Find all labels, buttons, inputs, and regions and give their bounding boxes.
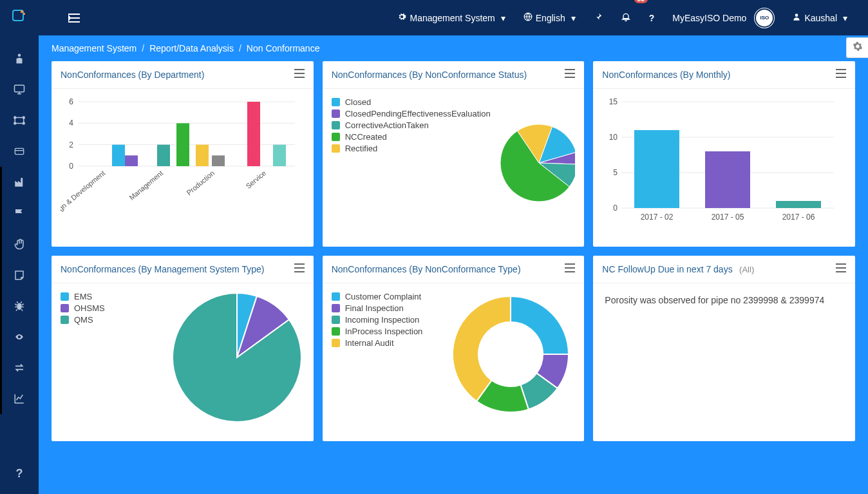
svg-rect-23 <box>125 155 138 166</box>
svg-text:2017 - 02: 2017 - 02 <box>641 213 674 222</box>
sidebar-item-note[interactable] <box>0 260 39 290</box>
legend-item[interactable]: Final Inspection <box>332 303 423 313</box>
sidebar-item-bug[interactable] <box>0 290 39 321</box>
followup-item[interactable]: Porosity was observed for pipe no 239999… <box>602 290 846 310</box>
legend-swatch <box>332 327 340 336</box>
legend-item[interactable]: Closed <box>332 97 491 107</box>
card-nc-by-mstype: NonConformances (By Management System Ty… <box>52 256 314 441</box>
sidebar-item-help[interactable]: ? <box>0 458 39 489</box>
legend-item[interactable]: CorrectiveActionTaken <box>332 120 491 130</box>
legend-label: NCCreated <box>345 132 387 142</box>
chevron-down-icon: ▾ <box>843 13 847 23</box>
svg-text:Service: Service <box>244 169 267 190</box>
donut-chart-nctype <box>446 290 575 419</box>
sidebar-item-diagram[interactable] <box>0 105 39 136</box>
sidebar-item-card[interactable] <box>0 136 39 167</box>
legend-swatch <box>332 144 340 153</box>
card-title: NonConformances (By Monthly) <box>602 70 730 80</box>
legend-item[interactable]: Customer Complaint <box>332 292 423 301</box>
breadcrumb-separator: / <box>239 43 241 53</box>
breadcrumb-link-1[interactable]: Management System <box>52 43 137 53</box>
legend-item[interactable]: Incoming Inspection <box>332 315 423 325</box>
legend-swatch <box>332 316 340 324</box>
gear-filled-icon <box>397 12 406 23</box>
svg-text:0: 0 <box>69 162 73 171</box>
sidebar-item-monitor[interactable] <box>0 74 39 105</box>
legend-nctype: Customer ComplaintFinal InspectionIncomi… <box>332 290 423 350</box>
card-menu-button[interactable] <box>836 69 846 81</box>
legend-item[interactable]: NCCreated <box>332 132 491 142</box>
svg-rect-25 <box>176 123 189 166</box>
nav-toggle-sidebar[interactable] <box>59 0 89 35</box>
card-menu-button[interactable] <box>294 69 305 81</box>
sidebar-item-chart[interactable] <box>0 383 39 414</box>
card-title: NonConformances (By NonConformance Statu… <box>332 70 527 80</box>
followup-list: Porosity was observed for pipe no 239999… <box>593 283 855 441</box>
svg-rect-24 <box>157 145 170 166</box>
nav-language-dropdown[interactable]: English ▾ <box>514 0 585 35</box>
legend-status: ClosedClosedPendingEffectivenessEvaluati… <box>332 95 491 155</box>
sidebar-item-eye[interactable] <box>0 321 39 352</box>
svg-point-13 <box>17 303 22 310</box>
nav-notifications-button[interactable]: 83 <box>612 0 640 35</box>
card-menu-button[interactable] <box>565 263 575 275</box>
svg-text:10: 10 <box>609 133 618 142</box>
card-menu-button[interactable] <box>294 263 305 275</box>
legend-label: ClosedPendingEffectivenessEvaluation <box>345 109 491 119</box>
card-nc-followup: NC FollowUp Due in next 7 days (All) Por… <box>593 256 855 441</box>
followup-filter-label[interactable]: (All) <box>739 265 754 274</box>
svg-text:15: 15 <box>609 97 618 106</box>
legend-item[interactable]: Internal Audit <box>332 338 423 348</box>
svg-text:0: 0 <box>614 204 618 213</box>
sidebar-item-industry[interactable] <box>0 167 39 198</box>
svg-text:Production: Production <box>185 169 216 196</box>
legend-item[interactable]: InProcess Inspection <box>332 327 423 336</box>
legend-label: OHSMS <box>74 303 105 313</box>
legend-item[interactable]: ClosedPendingEffectivenessEvaluation <box>332 109 491 119</box>
legend-label: Internal Audit <box>345 338 394 348</box>
legend-swatch <box>332 339 340 347</box>
sidebar-item-flag[interactable] <box>0 198 39 229</box>
globe-icon <box>524 12 533 23</box>
svg-text:2017 - 06: 2017 - 06 <box>782 213 815 222</box>
legend-label: EMS <box>74 292 92 301</box>
nav-management-system-label: Management System <box>410 13 495 23</box>
nav-management-system-dropdown[interactable]: Management System ▾ <box>388 0 514 35</box>
svg-text:4: 4 <box>69 119 73 128</box>
breadcrumb-separator: / <box>142 43 144 53</box>
legend-swatch <box>61 316 69 324</box>
nav-user-label: Kaushal <box>804 13 837 23</box>
legend-item[interactable]: OHSMS <box>61 303 105 313</box>
svg-rect-27 <box>212 155 225 166</box>
card-nc-by-monthly: NonConformances (By Monthly) 0510152017 … <box>593 61 855 247</box>
svg-rect-28 <box>247 102 260 166</box>
card-nc-by-department: NonConformances (By Department) 0246sign… <box>52 61 314 247</box>
breadcrumb-link-2[interactable]: Report/Data Analysis <box>149 43 234 53</box>
card-title: NC FollowUp Due in next 7 days <box>602 264 732 274</box>
legend-item[interactable]: Rectified <box>332 144 491 153</box>
nav-help-button[interactable]: ? <box>640 0 664 35</box>
svg-point-11 <box>23 122 24 124</box>
question-icon: ? <box>649 13 655 23</box>
svg-rect-2 <box>23 13 25 15</box>
card-nc-by-nctype: NonConformances (By NonConformance Type)… <box>323 256 585 441</box>
nav-pin-button[interactable] <box>585 0 612 35</box>
legend-item[interactable]: EMS <box>61 292 105 301</box>
svg-rect-7 <box>15 118 24 124</box>
svg-point-8 <box>14 117 16 119</box>
svg-point-9 <box>23 117 24 119</box>
legend-label: InProcess Inspection <box>345 327 423 336</box>
sidebar-item-hand[interactable] <box>0 229 39 260</box>
sidebar-item-transfer[interactable] <box>0 352 39 383</box>
legend-swatch <box>332 121 340 129</box>
legend-item[interactable]: QMS <box>61 315 105 325</box>
pie-chart-mstype <box>169 290 305 425</box>
nav-user-dropdown[interactable]: Kaushal ▾ <box>783 0 856 35</box>
svg-rect-12 <box>15 148 23 154</box>
nav-brand-link[interactable]: MyEasyISO Demo ISO <box>663 0 783 35</box>
top-navbar: Management System ▾ English ▾ 83 ? MyEas… <box>0 0 868 35</box>
card-menu-button[interactable] <box>565 69 575 81</box>
svg-rect-22 <box>112 145 125 166</box>
sidebar-item-person[interactable] <box>0 43 39 74</box>
card-menu-button[interactable] <box>836 263 846 275</box>
